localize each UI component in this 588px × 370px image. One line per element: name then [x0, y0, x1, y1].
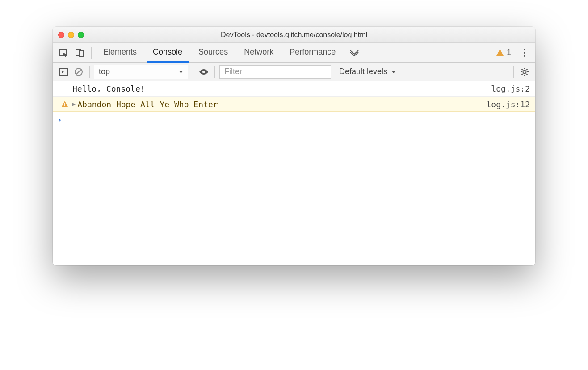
live-expression-icon[interactable]	[197, 66, 210, 78]
titlebar: DevTools - devtools.glitch.me/console/lo…	[53, 27, 535, 43]
console-toolbar: top Default levels	[53, 63, 535, 81]
svg-rect-2	[79, 51, 83, 56]
separator	[193, 66, 193, 78]
log-source-link[interactable]: log.js:12	[486, 100, 530, 109]
text-cursor	[70, 115, 70, 124]
svg-point-7	[524, 55, 525, 57]
devtools-tabs: Elements Console Sources Network Perform…	[53, 43, 535, 63]
tab-console[interactable]: Console	[147, 43, 189, 63]
svg-line-10	[76, 70, 81, 74]
console-settings-icon[interactable]	[518, 66, 531, 78]
console-blank-area[interactable]	[53, 127, 535, 265]
execution-context-select[interactable]: top	[94, 65, 188, 79]
svg-point-11	[202, 71, 205, 73]
log-message: Abandon Hope All Ye Who Enter	[77, 100, 486, 109]
svg-line-19	[522, 74, 523, 75]
warning-count-badge[interactable]: 1	[492, 48, 515, 57]
warning-triangle-icon	[496, 49, 504, 57]
levels-label: Default levels	[339, 67, 387, 76]
devtools-window: DevTools - devtools.glitch.me/console/lo…	[53, 27, 535, 265]
separator	[513, 66, 514, 78]
svg-point-5	[524, 49, 525, 50]
clear-console-icon[interactable]	[72, 66, 85, 78]
prompt-caret-icon: ›	[57, 115, 66, 124]
device-toolbar-icon[interactable]	[73, 46, 86, 59]
console-prompt[interactable]: ›	[53, 112, 535, 127]
log-source-link[interactable]: log.js:2	[491, 84, 530, 93]
row-gutter	[57, 101, 72, 108]
svg-rect-22	[64, 105, 65, 106]
log-row[interactable]: Hello, Console! log.js:2	[53, 81, 535, 97]
warning-triangle-icon	[61, 101, 68, 108]
svg-line-18	[526, 74, 527, 75]
warn-row[interactable]: ▶ Abandon Hope All Ye Who Enter log.js:1…	[53, 97, 535, 112]
svg-point-12	[523, 70, 526, 73]
console-log-area: Hello, Console! log.js:2 ▶ Abandon Hope …	[53, 81, 535, 265]
toggle-sidebar-icon[interactable]	[57, 66, 70, 78]
svg-point-6	[524, 52, 525, 54]
svg-rect-4	[500, 54, 500, 55]
separator	[91, 47, 92, 59]
svg-rect-21	[64, 103, 65, 105]
log-message: Hello, Console!	[72, 84, 491, 93]
disclosure-triangle-icon[interactable]: ▶	[72, 101, 76, 107]
inspect-element-icon[interactable]	[57, 46, 70, 59]
chevron-down-icon	[178, 70, 184, 74]
tab-performance[interactable]: Performance	[283, 43, 342, 63]
tab-network[interactable]: Network	[238, 43, 280, 63]
svg-rect-3	[500, 51, 500, 54]
tab-elements[interactable]: Elements	[97, 43, 143, 63]
svg-line-20	[526, 69, 527, 70]
more-tabs-icon[interactable]	[345, 46, 363, 59]
window-title: DevTools - devtools.glitch.me/console/lo…	[53, 31, 535, 39]
svg-line-17	[522, 69, 523, 70]
filter-input[interactable]	[219, 65, 331, 79]
context-label: top	[99, 67, 110, 76]
separator	[214, 66, 215, 78]
separator	[89, 66, 90, 78]
log-levels-select[interactable]: Default levels	[334, 65, 402, 79]
chevron-down-icon	[391, 70, 396, 74]
warning-count: 1	[507, 48, 511, 57]
kebab-menu-icon[interactable]	[518, 46, 531, 59]
tab-sources[interactable]: Sources	[192, 43, 234, 63]
